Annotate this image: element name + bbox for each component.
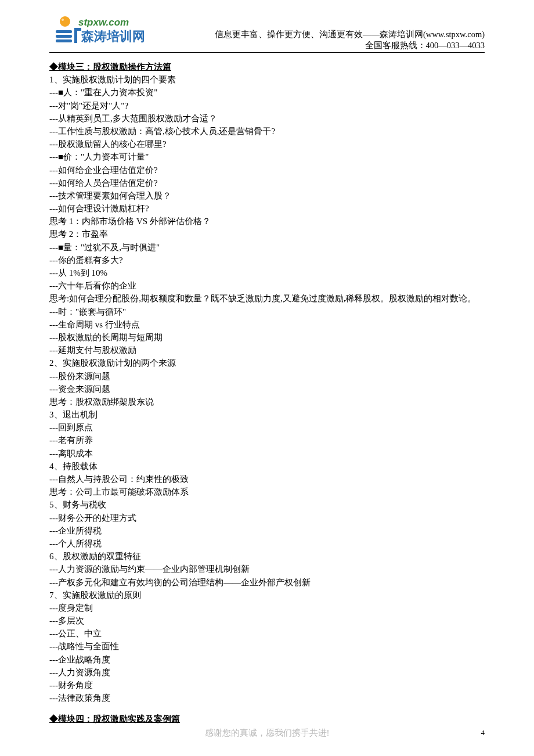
logo-name: 森涛培训网 xyxy=(81,29,145,44)
body-line: ---自然人与持股公司：约束性的极致 xyxy=(49,473,485,485)
footer-text: 感谢您的真诚，愿我们携手共进! xyxy=(0,728,534,739)
body-line: ---公正、中立 xyxy=(49,627,485,640)
body-line: ---离职成本 xyxy=(49,447,485,460)
body-line: ---战略性与全面性 xyxy=(49,640,485,653)
svg-point-1 xyxy=(62,19,64,21)
body-line: 思考 2：市盈率 xyxy=(49,228,485,240)
body-line: ---你的蛋糕有多大? xyxy=(49,254,485,267)
hotline: 全国客服热线：400—033—4033 xyxy=(215,40,485,51)
svg-rect-6 xyxy=(74,28,81,31)
body-line: ---企业战略角度 xyxy=(49,653,485,666)
tagline: 信息更丰富、操作更方便、沟通更有效——森涛培训网(www.stpxw.com) xyxy=(215,29,485,40)
body-line: 3、退出机制 xyxy=(49,408,485,421)
body-line: ---生命周期 vs 行业特点 xyxy=(49,318,485,331)
body-line: ---人力资源的激励与约束——企业内部管理机制创新 xyxy=(49,563,485,575)
body-line: ---老有所养 xyxy=(49,434,485,447)
logo-url: stpxw.com xyxy=(78,17,129,28)
body-line: ---多层次 xyxy=(49,614,485,627)
body-line: ---■量："过犹不及,与时俱进" xyxy=(49,241,485,254)
body-line: ---六十年后看你的企业 xyxy=(49,279,485,292)
body-line: ---股份来源问题 xyxy=(49,370,485,383)
body-line: ---如何合理设计激励杠杆? xyxy=(49,202,485,215)
body-line: 5、财务与税收 xyxy=(49,498,485,511)
body-line: 思考:如何合理分配股份,期权额度和数量？既不缺乏激励力度,又避免过度激励,稀释股… xyxy=(49,292,485,305)
body-line: ---个人所得税 xyxy=(49,537,485,550)
body-line: 1、实施股权激励计划的四个要素 xyxy=(49,73,485,86)
body-line: ---如何给人员合理估值定价? xyxy=(49,177,485,189)
body-line: ---延期支付与股权激励 xyxy=(49,344,485,357)
page-header: stpxw.com 森涛培训网 信息更丰富、操作更方便、沟通更有效——森涛培训网… xyxy=(0,0,534,52)
body-line: ---股权激励的长周期与短周期 xyxy=(49,331,485,344)
body-line: ---技术管理要素如何合理入股？ xyxy=(49,189,485,202)
logo: stpxw.com 森涛培训网 xyxy=(52,15,145,45)
body-line: ---企业所得税 xyxy=(49,524,485,537)
body-line: ---■价："人力资本可计量" xyxy=(49,150,485,163)
module3-body: 1、实施股权激励计划的四个要素---■人："重在人力资本投资"---对"岗"还是… xyxy=(49,73,485,704)
body-line: ---度身定制 xyxy=(49,602,485,614)
body-line: 思考：公司上市最可能破坏激励体系 xyxy=(49,485,485,498)
body-line: ---时："嵌套与循环" xyxy=(49,305,485,318)
body-line: 6、股权激励的双重特征 xyxy=(49,550,485,563)
svg-rect-2 xyxy=(56,30,72,33)
body-line: ---资金来源问题 xyxy=(49,383,485,395)
module3-title: ◆模块三：股权激励操作方法篇 xyxy=(49,60,485,73)
body-line: 7、实施股权激励的原则 xyxy=(49,589,485,602)
svg-rect-3 xyxy=(56,35,72,38)
svg-rect-4 xyxy=(56,39,72,42)
body-line: ---财务角度 xyxy=(49,679,485,692)
body-line: ---法律政策角度 xyxy=(49,692,485,704)
body-line: ---股权激励留人的核心在哪里? xyxy=(49,138,485,150)
body-line: ---如何给企业合理估值定价? xyxy=(49,164,485,177)
body-line: 2、实施股权激励计划的两个来源 xyxy=(49,357,485,369)
body-line: ---财务公开的处理方式 xyxy=(49,512,485,524)
body-line: ---回到原点 xyxy=(49,421,485,434)
body-line: ---■人："重在人力资本投资" xyxy=(49,86,485,99)
page-content: ◆模块三：股权激励操作方法篇 1、实施股权激励计划的四个要素---■人："重在人… xyxy=(0,52,534,726)
svg-point-0 xyxy=(60,16,70,27)
header-info: 信息更丰富、操作更方便、沟通更有效——森涛培训网(www.stpxw.com) … xyxy=(215,29,485,51)
body-line: ---工作性质与股权激励：高管,核心技术人员,还是营销骨干? xyxy=(49,125,485,138)
module4-title: ◆模块四：股权激励实践及案例篇 xyxy=(49,712,485,725)
body-line: ---人力资源角度 xyxy=(49,666,485,679)
header-divider xyxy=(49,52,485,53)
page-number: 4 xyxy=(481,728,485,737)
body-line: ---从 1%到 10% xyxy=(49,267,485,279)
body-line: 4、持股载体 xyxy=(49,460,485,473)
body-line: ---对"岗"还是对"人"? xyxy=(49,99,485,112)
body-line: ---产权多元化和建立有效均衡的公司治理结构——企业外部产权创新 xyxy=(49,576,485,589)
body-line: ---从精英到员工,多大范围股权激励才合适？ xyxy=(49,112,485,125)
body-line: 思考：股权激励绑架股东说 xyxy=(49,395,485,408)
body-line: 思考 1：内部市场价格 VS 外部评估价格？ xyxy=(49,215,485,228)
